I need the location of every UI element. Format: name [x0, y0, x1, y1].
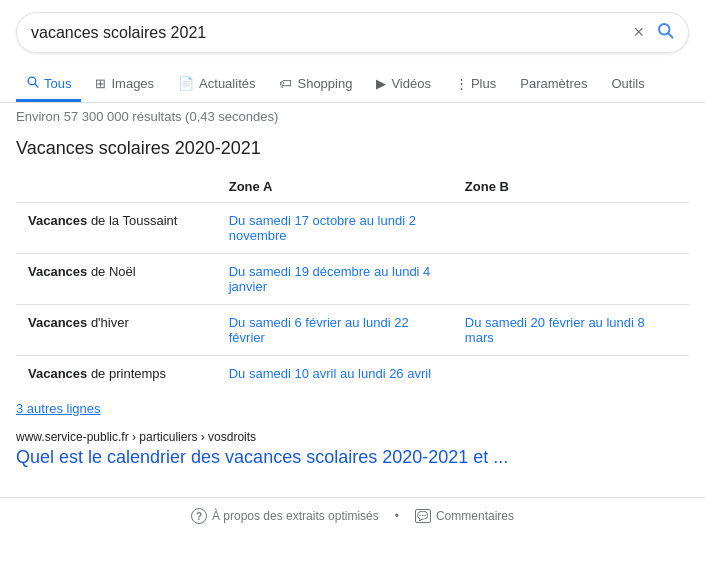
footer-comments[interactable]: 💬 Commentaires: [415, 509, 514, 523]
shopping-icon: 🏷: [279, 76, 292, 91]
footer-about[interactable]: ? À propos des extraits optimisés: [191, 508, 379, 524]
tab-actualites-label: Actualités: [199, 76, 255, 91]
help-icon: ?: [191, 508, 207, 524]
row-label: Vacances d'hiver: [16, 305, 217, 356]
row-label: Vacances de printemps: [16, 356, 217, 392]
tab-images-label: Images: [111, 76, 154, 91]
source-url: www.service-public.fr › particuliers › v…: [16, 430, 689, 444]
tab-outils-label: Outils: [611, 76, 644, 91]
tous-icon: [26, 75, 39, 91]
row-zone-a: Du samedi 6 février au lundi 22 février: [217, 305, 453, 356]
col-header-label: [16, 171, 217, 203]
vacances-table: Zone A Zone B Vacances de la ToussaintDu…: [16, 171, 689, 391]
footer-about-text: À propos des extraits optimisés: [212, 509, 379, 523]
footer: ? À propos des extraits optimisés • 💬 Co…: [0, 497, 705, 534]
search-bar-wrapper: ×: [0, 0, 705, 65]
search-submit-icon[interactable]: [656, 21, 674, 44]
table-row: Vacances d'hiverDu samedi 6 février au l…: [16, 305, 689, 356]
col-header-zone-b: Zone B: [453, 171, 689, 203]
row-label: Vacances de Noël: [16, 254, 217, 305]
videos-icon: ▶: [376, 76, 386, 91]
table-row: Vacances de NoëlDu samedi 19 décembre au…: [16, 254, 689, 305]
row-zone-b: [453, 356, 689, 392]
row-zone-b: [453, 203, 689, 254]
col-header-zone-a: Zone A: [217, 171, 453, 203]
tab-plus[interactable]: ⋮ Plus: [445, 66, 506, 102]
tab-videos-label: Vidéos: [391, 76, 431, 91]
more-lines-link[interactable]: 3 autres lignes: [16, 401, 101, 416]
footer-comments-text: Commentaires: [436, 509, 514, 523]
main-content: Vacances scolaires 2020-2021 Zone A Zone…: [0, 130, 705, 485]
tab-plus-label: Plus: [471, 76, 496, 91]
tab-shopping[interactable]: 🏷 Shopping: [269, 66, 362, 102]
actualites-icon: 📄: [178, 76, 194, 91]
plus-icon: ⋮: [455, 76, 468, 91]
footer-dot: •: [395, 509, 399, 523]
nav-tabs: Tous ⊞ Images 📄 Actualités 🏷 Shopping ▶ …: [0, 65, 705, 103]
clear-icon[interactable]: ×: [633, 22, 644, 43]
tab-tous[interactable]: Tous: [16, 65, 81, 102]
table-row: Vacances de printempsDu samedi 10 avril …: [16, 356, 689, 392]
row-label: Vacances de la Toussaint: [16, 203, 217, 254]
tab-outils[interactable]: Outils: [601, 66, 654, 102]
tab-shopping-label: Shopping: [297, 76, 352, 91]
tab-videos[interactable]: ▶ Vidéos: [366, 66, 441, 102]
tab-parametres-label: Paramètres: [520, 76, 587, 91]
tab-parametres[interactable]: Paramètres: [510, 66, 597, 102]
tab-images[interactable]: ⊞ Images: [85, 66, 164, 102]
row-zone-a: Du samedi 19 décembre au lundi 4 janvier: [217, 254, 453, 305]
comment-icon: 💬: [415, 509, 431, 523]
row-zone-a: Du samedi 17 octobre au lundi 2 novembre: [217, 203, 453, 254]
table-row: Vacances de la ToussaintDu samedi 17 oct…: [16, 203, 689, 254]
images-icon: ⊞: [95, 76, 106, 91]
tab-tous-label: Tous: [44, 76, 71, 91]
search-bar: ×: [16, 12, 689, 53]
row-zone-b: Du samedi 20 février au lundi 8 mars: [453, 305, 689, 356]
result-title: Vacances scolaires 2020-2021: [16, 138, 689, 159]
tab-actualites[interactable]: 📄 Actualités: [168, 66, 265, 102]
results-info: Environ 57 300 000 résultats (0,43 secon…: [0, 103, 705, 130]
row-zone-b: [453, 254, 689, 305]
result-link[interactable]: Quel est le calendrier des vacances scol…: [16, 446, 689, 469]
row-zone-a: Du samedi 10 avril au lundi 26 avril: [217, 356, 453, 392]
search-input[interactable]: [31, 24, 633, 42]
svg-line-1: [668, 33, 672, 37]
svg-line-3: [35, 84, 38, 87]
